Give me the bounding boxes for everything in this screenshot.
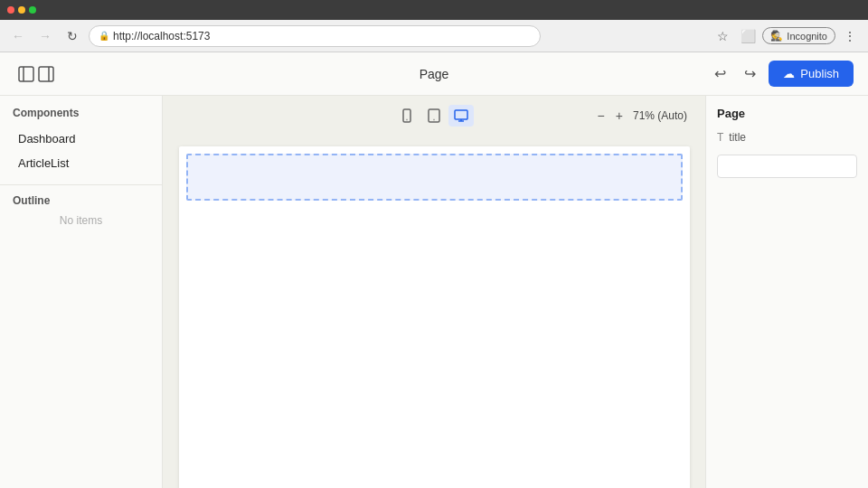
articlelist-label: ArticleList	[18, 156, 69, 170]
redo-button[interactable]: ↪	[739, 61, 761, 86]
sidebar-divider	[0, 184, 162, 185]
device-desktop-button[interactable]	[448, 105, 474, 127]
device-tablet-button[interactable]	[421, 105, 447, 127]
svg-rect-0	[19, 67, 33, 81]
zoom-out-button[interactable]: −	[593, 106, 609, 126]
canvas-selected-element[interactable]	[186, 154, 683, 201]
browser-chrome	[0, 0, 868, 20]
lock-icon: 🔒	[99, 31, 109, 41]
components-section-title: Components	[0, 107, 162, 127]
browser-menu-button[interactable]: ⋮	[839, 25, 861, 47]
prop-row-title: T title	[717, 131, 857, 144]
outline-section: Outline No items	[0, 194, 162, 227]
canvas-area: − + 71% (Auto)	[163, 96, 705, 488]
svg-rect-8	[455, 110, 467, 119]
panel-right-icon	[38, 66, 54, 82]
sidebar-item-dashboard[interactable]: Dashboard ⋮⋮	[5, 127, 156, 151]
mobile-icon	[400, 108, 414, 123]
page-title: Page	[420, 67, 449, 81]
device-mobile-button[interactable]	[394, 105, 420, 127]
prop-label: title	[729, 131, 746, 144]
prop-title-input[interactable]	[717, 155, 857, 178]
zoom-in-button[interactable]: +	[611, 106, 627, 126]
publish-label: Publish	[800, 67, 839, 80]
publish-cloud-icon: ☁	[783, 67, 795, 80]
browser-address-bar[interactable]: 🔒 http://localhost:5173	[89, 25, 541, 47]
canvas-viewport[interactable]	[163, 136, 705, 488]
browser-toolbar: ← → ↻ 🔒 http://localhost:5173 ☆ ⬜ 🕵️ Inc…	[0, 20, 868, 52]
prop-type-icon: T	[717, 131, 723, 144]
panel-left-svg	[18, 66, 34, 82]
app-container: Page ↩ ↪ ☁ Publish Components Dashboard …	[0, 52, 868, 488]
panel-right-svg	[38, 66, 54, 82]
panel-toggle-button[interactable]	[14, 62, 58, 86]
right-panel-title: Page	[717, 107, 857, 120]
canvas-page[interactable]	[179, 146, 690, 488]
panel-left-icon	[18, 66, 34, 82]
browser-right-icons: ☆ ⬜ 🕵️ Incognito ⋮	[712, 25, 861, 47]
app-header: Page ↩ ↪ ☁ Publish	[0, 52, 868, 96]
incognito-label: Incognito	[787, 31, 827, 42]
outline-empty-label: No items	[13, 214, 149, 227]
publish-button[interactable]: ☁ Publish	[769, 61, 854, 87]
left-sidebar: Components Dashboard ⋮⋮ ArticleList ⋮⋮ O…	[0, 96, 163, 488]
header-left	[14, 62, 58, 86]
tablet-icon	[427, 108, 441, 123]
browser-dot-minimize[interactable]	[18, 6, 25, 14]
svg-rect-2	[39, 67, 53, 81]
right-sidebar: Page T title	[705, 96, 868, 488]
desktop-icon	[454, 108, 468, 123]
incognito-badge: 🕵️ Incognito	[762, 27, 835, 44]
undo-button[interactable]: ↩	[709, 61, 731, 86]
browser-forward-button[interactable]: →	[34, 25, 56, 47]
browser-dot-close[interactable]	[7, 6, 14, 14]
dashboard-label: Dashboard	[18, 132, 76, 145]
browser-reload-button[interactable]: ↻	[61, 25, 83, 47]
main-content: Components Dashboard ⋮⋮ ArticleList ⋮⋮ O…	[0, 96, 868, 488]
device-buttons	[394, 105, 474, 127]
outline-title: Outline	[13, 194, 149, 207]
browser-back-button[interactable]: ←	[7, 25, 29, 47]
canvas-toolbar: − + 71% (Auto)	[163, 96, 705, 136]
sidebar-item-articlelist[interactable]: ArticleList ⋮⋮	[5, 151, 156, 175]
zoom-controls: − + 71% (Auto)	[593, 106, 691, 126]
browser-dot-maximize[interactable]	[29, 6, 36, 14]
browser-extension-button[interactable]: ⬜	[737, 25, 759, 47]
browser-url: http://localhost:5173	[113, 30, 210, 42]
header-right: ↩ ↪ ☁ Publish	[709, 61, 854, 87]
incognito-icon: 🕵️	[770, 30, 783, 42]
zoom-label[interactable]: 71% (Auto)	[629, 108, 691, 124]
browser-bookmark-button[interactable]: ☆	[712, 25, 733, 47]
